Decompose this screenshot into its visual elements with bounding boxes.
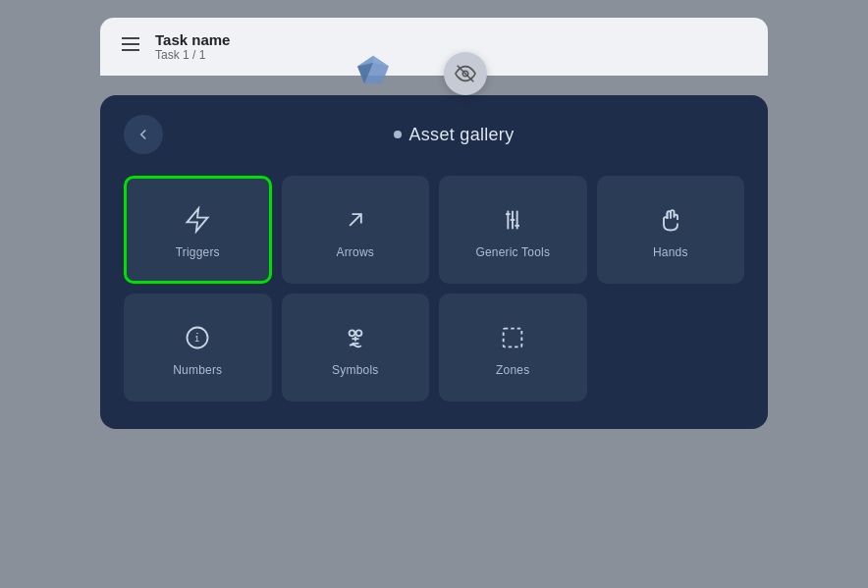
generic-tools-label: Generic Tools [475, 245, 550, 259]
gallery-grid-row2: 1 Numbers Symbols [124, 294, 744, 401]
zones-label: Zones [496, 363, 529, 377]
svg-line-9 [350, 214, 361, 226]
symbols-label: Symbols [332, 363, 378, 377]
svg-point-21 [355, 330, 361, 336]
back-arrow-icon [135, 126, 152, 143]
grid-item-hands[interactable]: Hands [597, 176, 745, 284]
gallery-title: Asset gallery [409, 125, 515, 145]
hands-icon [657, 206, 684, 234]
task-list-icon [120, 35, 141, 58]
task-name: Task name [155, 31, 230, 48]
gallery-title-area: Asset gallery [163, 125, 744, 145]
gem-icon [355, 54, 391, 85]
arrows-label: Arrows [336, 245, 374, 259]
svg-point-20 [349, 330, 354, 336]
arrows-icon [342, 206, 369, 234]
eye-button[interactable] [444, 52, 487, 95]
grid-item-arrows[interactable]: Arrows [282, 176, 430, 284]
grid-item-generic-tools[interactable]: Generic Tools [439, 176, 587, 284]
svg-text:1: 1 [194, 334, 199, 344]
triggers-icon [184, 206, 211, 234]
grid-item-zones[interactable]: Zones [439, 294, 587, 401]
generic-tools-icon [499, 206, 526, 234]
eye-icon [455, 63, 476, 84]
grid-item-numbers[interactable]: 1 Numbers [124, 294, 272, 401]
numbers-label: Numbers [173, 363, 222, 377]
svg-marker-8 [188, 208, 208, 231]
gallery-grid-row1: Triggers Arrows [124, 176, 744, 284]
zones-icon [499, 324, 526, 351]
svg-rect-25 [504, 329, 522, 347]
back-button[interactable] [124, 115, 163, 154]
task-info: Task name Task 1 / 1 [155, 31, 230, 62]
symbols-icon [342, 324, 369, 351]
gallery-header: Asset gallery [124, 115, 744, 154]
grid-item-symbols[interactable]: Symbols [282, 294, 430, 401]
gallery-panel: Asset gallery Triggers Arrows [100, 95, 768, 429]
task-bar: Task name Task 1 / 1 [100, 18, 768, 76]
gallery-dot [394, 131, 402, 138]
numbers-icon: 1 [184, 324, 211, 351]
grid-item-triggers[interactable]: Triggers [124, 176, 272, 284]
task-sub: Task 1 / 1 [155, 48, 230, 62]
triggers-label: Triggers [176, 245, 220, 259]
hands-label: Hands [653, 245, 688, 259]
